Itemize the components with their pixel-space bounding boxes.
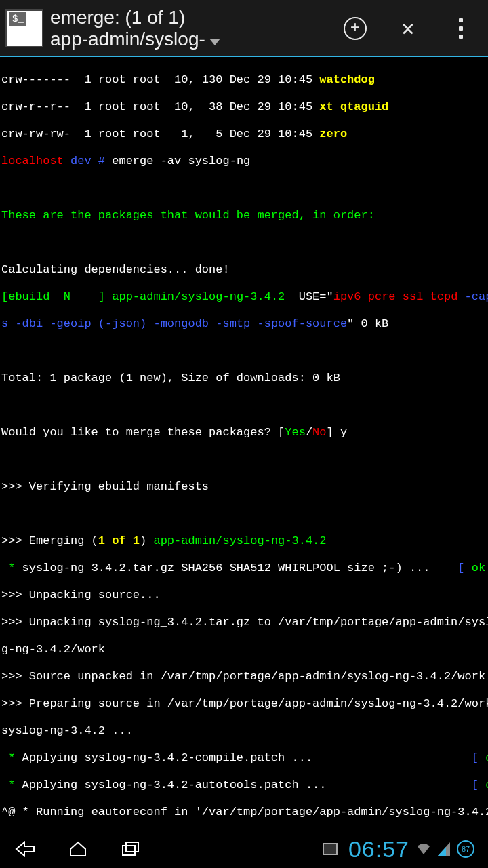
terminal-notification-icon [323,843,338,855]
header-actions: + ✕ [342,15,474,42]
status-bar: 06:57 87 [323,836,474,863]
dropdown-icon [209,39,220,45]
back-icon [15,841,35,857]
close-icon: ✕ [401,15,414,42]
menu-dots-icon [459,18,463,39]
tab-title[interactable]: emerge: (1 of 1) app-admin/syslog- [50,7,342,50]
home-button[interactable] [66,837,89,861]
svg-rect-0 [123,846,135,855]
recents-button[interactable] [119,837,142,861]
close-tab-button[interactable]: ✕ [394,15,422,42]
title-line-2: app-admin/syslog- [50,28,342,50]
app-header: emerge: (1 of 1) app-admin/syslog- + ✕ [0,0,488,57]
add-tab-button[interactable]: + [342,15,369,42]
terminal-output[interactable]: crw------- 1 root root 10, 130 Dec 29 10… [0,57,488,868]
android-navbar: 06:57 87 [0,830,488,868]
battery-indicator: 87 [457,840,474,858]
back-button[interactable] [14,837,37,861]
wifi-icon [416,842,431,856]
clock: 06:57 [348,836,409,863]
home-icon [68,841,88,857]
overflow-menu-button[interactable] [447,15,474,42]
svg-rect-1 [126,842,138,852]
plus-icon: + [344,17,367,40]
signal-icon [438,842,450,856]
terminal-app-icon [5,9,43,47]
recents-icon [121,841,141,857]
title-line-1: emerge: (1 of 1) [50,7,342,28]
